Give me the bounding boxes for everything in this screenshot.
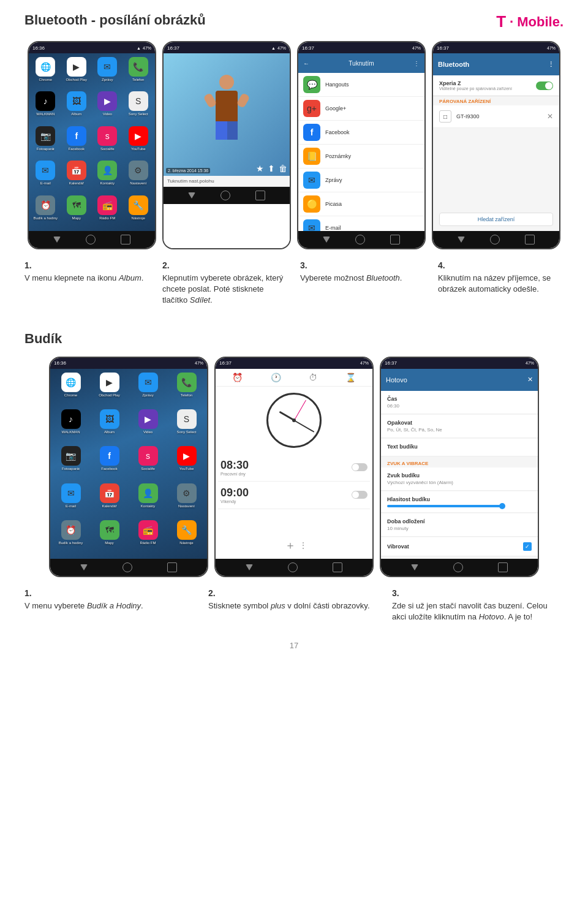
home-btn-3[interactable] [355, 235, 365, 244]
tab-alarm[interactable]: ⏰ [232, 373, 243, 382]
chrome-app-2[interactable]: 🌐Chrome [53, 373, 89, 407]
alarm-text-row[interactable]: Text budíku [381, 439, 538, 456]
youtube-app[interactable]: ▶ YouTube [124, 126, 153, 158]
bt-settings-icon[interactable]: ✕ [547, 112, 553, 121]
alarm-sound-row[interactable]: Zvuk budíku Výchozí vyzváněcí tón (Alarm… [381, 467, 538, 491]
nastroje-app[interactable]: 🔧 Nástroje [124, 195, 153, 227]
facebook-app[interactable]: f Facebook [62, 126, 91, 158]
back-btn-3[interactable] [323, 237, 330, 243]
bt-toggle[interactable] [536, 81, 553, 90]
alarm-more-btn[interactable]: ⋮ [300, 541, 307, 550]
back-arrow[interactable]: ← [303, 60, 309, 67]
poznamky-item[interactable]: 📒 Poznámky [298, 145, 424, 168]
video-app-2[interactable]: ▶Video [130, 409, 166, 444]
alarm-delay-row[interactable]: Doba odložení 10 minuty [381, 513, 538, 537]
share-icon[interactable]: ⬆ [268, 164, 275, 173]
kalendar-app-2[interactable]: 📅Kalendář [91, 483, 127, 518]
budik-app[interactable]: ⏰ Budík a hodiny [31, 195, 60, 227]
chrome-app[interactable]: 🌐 Chrome [31, 57, 60, 89]
zpravy-share-item[interactable]: ✉ Zprávy [298, 168, 424, 192]
star-icon[interactable]: ★ [256, 164, 264, 173]
alarm-vibrate-row[interactable]: Vibrovat ✓ [381, 537, 538, 556]
nastaveni-app[interactable]: ⚙ Nastavení [124, 161, 153, 192]
alarm-cancel-btn[interactable]: ✕ [527, 376, 533, 384]
back-btn-4[interactable] [458, 237, 465, 243]
tab-stopwatch[interactable]: ⏱ [309, 373, 317, 382]
email-app-2[interactable]: ✉E-mail [53, 483, 89, 518]
alarm-toggle-1[interactable] [352, 463, 368, 471]
nastaveni-app-2[interactable]: ⚙Nastavení [168, 483, 205, 518]
recents-btn-5[interactable] [167, 562, 177, 572]
home-btn-1[interactable] [86, 235, 96, 244]
bluetooth-screenshots-row: 16:36 ▲ 47% 🌐 Chrome ▶ Obchod Play ✉ Zpr… [24, 41, 564, 249]
back-btn-2[interactable] [188, 192, 195, 199]
video-app[interactable]: ▶ Video [93, 91, 122, 123]
kalendar-app[interactable]: 📅 Kalendář [62, 161, 91, 192]
bt-more-icon[interactable]: ⋮ [548, 61, 554, 69]
album-app-2[interactable]: 🖼Album [91, 409, 127, 444]
socialife-app-2[interactable]: sSocialife [130, 446, 166, 480]
walkman-app-2[interactable]: ♪WALKMAN [53, 409, 89, 444]
back-btn-7[interactable] [411, 564, 418, 570]
facebook-app-2[interactable]: fFacebook [91, 446, 127, 480]
bt-paired-device[interactable]: □ GT-I9300 ✕ [433, 105, 559, 128]
home-btn-5[interactable] [123, 562, 132, 572]
home-btn-2[interactable] [221, 191, 230, 200]
home-btn-6[interactable] [288, 562, 298, 572]
facebook-share-item[interactable]: f Facebook [298, 121, 424, 145]
budik-app-2[interactable]: ⏰Budík a hodiny [53, 520, 89, 554]
bt-search-btn[interactable]: Hledat zařízení [439, 213, 553, 226]
walkman-app[interactable]: ♪ WALKMAN [31, 91, 60, 123]
back-btn-6[interactable] [246, 564, 253, 570]
fotoaparat-app[interactable]: 📷 Fotoaparát [31, 126, 60, 158]
recents-btn-6[interactable] [333, 562, 342, 572]
telefon-app-2[interactable]: 📞Telefon [168, 373, 205, 407]
sony-app[interactable]: S Sony Select [124, 91, 153, 123]
kontakty-app[interactable]: 👤 Kontakty [93, 161, 122, 192]
delete-icon[interactable]: 🗑 [279, 164, 287, 173]
picasa-item[interactable]: 🟡 Picasa [298, 192, 424, 216]
radio-app-2[interactable]: 📻Rádio FM [130, 520, 166, 554]
telefon-app[interactable]: 📞 Telefon [124, 57, 153, 89]
nastroje-app-2[interactable]: 🔧Nástroje [168, 520, 205, 554]
home-btn-4[interactable] [490, 235, 500, 244]
mapy-app-2[interactable]: 🗺Mapy [91, 520, 127, 554]
googleplus-item[interactable]: g+ Google+ [298, 97, 424, 121]
fotoaparat-app-2[interactable]: 📷Fotoaparát [53, 446, 89, 480]
email-share-item[interactable]: ✉ E-mail [298, 216, 424, 231]
add-alarm-btn[interactable]: ＋ [281, 534, 300, 556]
play-app[interactable]: ▶ Obchod Play [62, 57, 91, 89]
zpravy-app-2[interactable]: ✉Zprávy [130, 373, 166, 407]
hangouts-item[interactable]: 💬 Hangouts [298, 73, 424, 97]
zpravy-app[interactable]: ✉ Zprávy [93, 57, 122, 89]
radio-app[interactable]: 📻 Rádio FM [93, 195, 122, 227]
alarm-time-row[interactable]: Čas 06:30 [381, 391, 538, 414]
youtube-app-2[interactable]: ▶YouTube [168, 446, 205, 480]
play-app-2[interactable]: ▶Obchod Play [91, 373, 127, 407]
back-btn-1[interactable] [53, 237, 61, 243]
recents-btn-1[interactable] [121, 235, 130, 244]
recents-btn-4[interactable] [525, 235, 535, 244]
tab-clock[interactable]: 🕐 [271, 373, 281, 382]
alarm-vibrate-checkbox[interactable]: ✓ [523, 542, 532, 551]
bt-header-actions: ⋮ [548, 61, 554, 69]
alarm-repeat-row[interactable]: Opakovat Po, Út, St, Čt, Pá, So, Ne [381, 415, 538, 438]
recents-btn-3[interactable] [390, 235, 400, 244]
kontakty-app-2[interactable]: 👤Kontakty [130, 483, 166, 518]
recents-btn-2[interactable] [255, 191, 265, 200]
alarm-toggle-2[interactable] [352, 491, 368, 499]
mapy-app[interactable]: 🗺 Mapy [62, 195, 91, 227]
alarm-done-btn[interactable]: Hotovo [386, 376, 407, 384]
volume-slider[interactable] [387, 505, 503, 507]
more-options[interactable]: ⋮ [413, 60, 420, 67]
socialife-app[interactable]: s Socialife [93, 126, 122, 158]
bt-step-3: 3. Vyberete možnost Bluetooth. [300, 260, 426, 306]
back-btn-5[interactable] [80, 564, 88, 570]
recents-btn-7[interactable] [498, 562, 508, 572]
tab-timer[interactable]: ⌛ [345, 373, 356, 382]
album-app[interactable]: 🖼 Album [62, 91, 91, 123]
alarm-volume-row[interactable]: Hlasitost budíku [381, 491, 538, 513]
email-app[interactable]: ✉ E-mail [31, 161, 60, 192]
sony-app-2[interactable]: SSony Select [168, 409, 205, 444]
home-btn-7[interactable] [453, 562, 463, 572]
